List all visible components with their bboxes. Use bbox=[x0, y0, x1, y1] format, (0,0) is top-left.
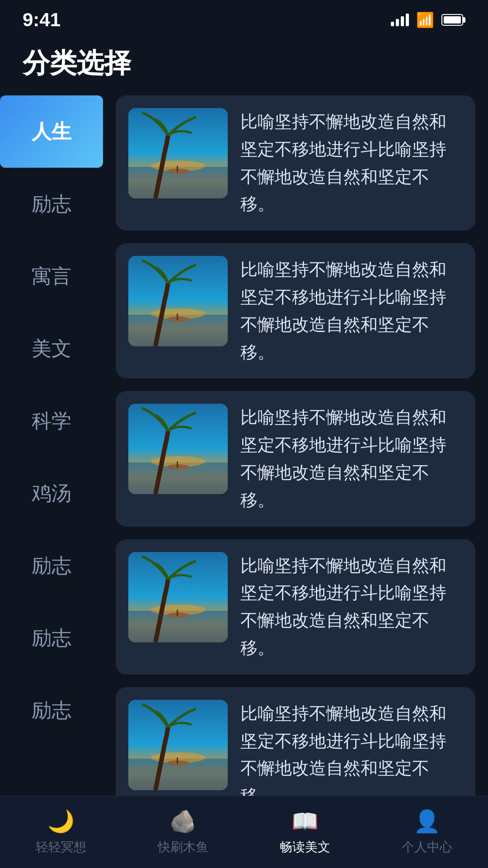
card-description: 比喻坚持不懈地改造自然和坚定不移地进行斗比喻坚持不懈地改造自然和坚定不移。 bbox=[240, 108, 463, 218]
nav-label-reading: 畅读美文 bbox=[280, 839, 330, 856]
svg-rect-9 bbox=[177, 314, 178, 320]
person-icon: 👤 bbox=[413, 809, 441, 834]
content-card[interactable]: 比喻坚持不懈地改造自然和坚定不移地进行斗比喻坚持不懈地改造自然和坚定不移。 bbox=[116, 391, 475, 526]
bottom-nav: 🌙 轻轻冥想 🪨 快刷木鱼 📖 畅读美文 👤 个人中心 bbox=[0, 796, 488, 868]
svg-rect-4 bbox=[177, 166, 178, 172]
nav-item-meditation[interactable]: 🌙 轻轻冥想 bbox=[0, 809, 122, 856]
main-container: 人生 励志 寓言 美文 科学 鸡汤 励志 励志 励志 bbox=[0, 95, 488, 801]
sidebar-item-kexue[interactable]: 科学 bbox=[0, 385, 103, 457]
card-thumbnail bbox=[128, 404, 228, 494]
card-description: 比喻坚持不懈地改造自然和坚定不移地进行斗比喻坚持不懈地改造自然和坚定不移。 bbox=[240, 700, 463, 801]
card-description: 比喻坚持不懈地改造自然和坚定不移地进行斗比喻坚持不懈地改造自然和坚定不移。 bbox=[240, 552, 463, 662]
moon-icon: 🌙 bbox=[47, 809, 75, 834]
nav-label-meditation: 轻轻冥想 bbox=[36, 839, 86, 856]
status-bar: 9:41 📶 bbox=[0, 0, 488, 36]
nav-item-profile[interactable]: 👤 个人中心 bbox=[366, 809, 488, 856]
sidebar-item-yuyan[interactable]: 寓言 bbox=[0, 240, 103, 312]
card-thumbnail bbox=[128, 700, 228, 790]
nav-item-fish[interactable]: 🪨 快刷木鱼 bbox=[122, 809, 244, 856]
signal-icon bbox=[391, 14, 409, 26]
card-thumbnail bbox=[128, 552, 228, 642]
svg-rect-24 bbox=[177, 758, 178, 764]
card-thumbnail bbox=[128, 256, 228, 346]
battery-icon bbox=[441, 14, 465, 26]
sidebar-item-rensheng[interactable]: 人生 bbox=[0, 95, 103, 168]
sidebar-item-jitang[interactable]: 鸡汤 bbox=[0, 457, 103, 529]
content-card[interactable]: 比喻坚持不懈地改造自然和坚定不移地进行斗比喻坚持不懈地改造自然和坚定不移。 bbox=[116, 95, 475, 231]
card-thumbnail bbox=[128, 108, 228, 198]
status-icons: 📶 bbox=[391, 11, 465, 28]
content-card[interactable]: 比喻坚持不懈地改造自然和坚定不移地进行斗比喻坚持不懈地改造自然和坚定不移。 bbox=[116, 687, 475, 801]
card-description: 比喻坚持不懈地改造自然和坚定不移地进行斗比喻坚持不懈地改造自然和坚定不移。 bbox=[240, 256, 463, 366]
nav-label-profile: 个人中心 bbox=[402, 839, 452, 856]
nav-label-fish: 快刷木鱼 bbox=[158, 839, 208, 856]
fish-icon: 🪨 bbox=[169, 809, 197, 834]
content-card[interactable]: 比喻坚持不懈地改造自然和坚定不移地进行斗比喻坚持不懈地改造自然和坚定不移。 bbox=[116, 243, 475, 378]
status-time: 9:41 bbox=[23, 9, 61, 31]
sidebar-item-lizhi2[interactable]: 励志 bbox=[0, 529, 103, 602]
book-icon: 📖 bbox=[291, 809, 319, 834]
card-description: 比喻坚持不懈地改造自然和坚定不移地进行斗比喻坚持不懈地改造自然和坚定不移。 bbox=[240, 404, 463, 514]
svg-rect-14 bbox=[177, 462, 178, 468]
page-title: 分类选择 bbox=[23, 45, 465, 82]
sidebar-item-lizhi1[interactable]: 励志 bbox=[0, 168, 103, 240]
wifi-icon: 📶 bbox=[416, 11, 434, 28]
nav-item-reading[interactable]: 📖 畅读美文 bbox=[244, 809, 366, 856]
sidebar: 人生 励志 寓言 美文 科学 鸡汤 励志 励志 励志 bbox=[0, 95, 103, 801]
content-area: 比喻坚持不懈地改造自然和坚定不移地进行斗比喻坚持不懈地改造自然和坚定不移。 bbox=[103, 95, 488, 801]
svg-rect-19 bbox=[177, 610, 178, 616]
content-card[interactable]: 比喻坚持不懈地改造自然和坚定不移地进行斗比喻坚持不懈地改造自然和坚定不移。 bbox=[116, 539, 475, 675]
sidebar-item-lizhi4[interactable]: 励志 bbox=[0, 674, 103, 746]
header: 分类选择 bbox=[0, 36, 488, 95]
sidebar-item-lizhi3[interactable]: 励志 bbox=[0, 602, 103, 674]
sidebar-item-meiwen[interactable]: 美文 bbox=[0, 312, 103, 385]
